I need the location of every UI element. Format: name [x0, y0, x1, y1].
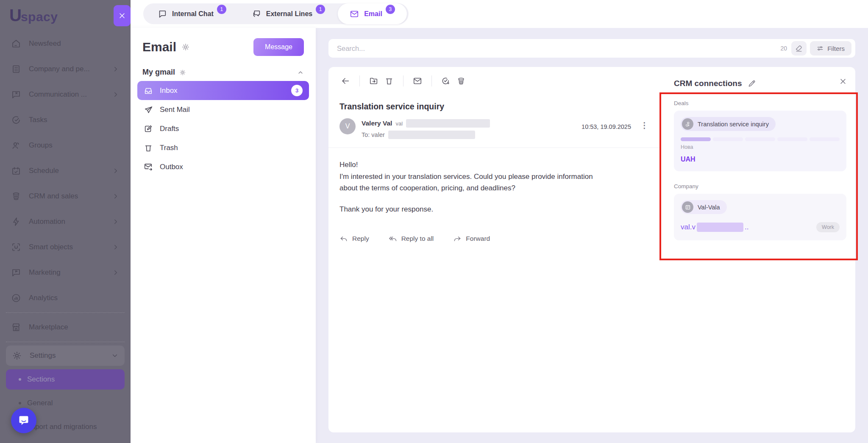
sidebar-item-label: Groups — [29, 141, 53, 150]
drafts-icon — [144, 124, 153, 134]
sidebar-item-schedule[interactable]: Schedule — [0, 158, 131, 184]
channel-tabs: Internal Chat 1 External Lines 1 Email 3 — [143, 3, 409, 24]
settings-gear-icon — [12, 351, 22, 361]
sidebar-item-newsfeed[interactable]: Newsfeed — [0, 31, 131, 56]
sidebar-item-label: CRM and sales — [29, 192, 78, 201]
top-bar: Internal Chat 1 External Lines 1 Email 3 — [131, 0, 868, 28]
tab-email[interactable]: Email 3 — [338, 3, 407, 24]
automation-icon — [11, 217, 21, 227]
chat-bubble-icon — [18, 415, 30, 426]
create-task-button[interactable] — [438, 74, 453, 88]
edit-crm-connections-button[interactable] — [748, 79, 756, 88]
crm-connections-panel: CRM connections Deals Translation servic… — [659, 67, 857, 432]
newsfeed-icon — [11, 39, 21, 49]
tab-label: Email — [364, 10, 382, 18]
move-to-folder-button[interactable] — [366, 74, 381, 88]
sidebar-nav: Newsfeed Company and pe... Communication… — [0, 25, 131, 437]
sidebar-item-settings[interactable]: Settings — [6, 345, 125, 366]
company-section-label: Company — [674, 183, 846, 189]
toolbar-divider — [431, 75, 432, 86]
deal-currency[interactable]: UAH — [681, 156, 840, 163]
sidebar-item-label: Smart objects — [29, 243, 73, 251]
folder-drafts[interactable]: Drafts — [137, 119, 309, 138]
sidebar-item-marketing[interactable]: Marketing — [0, 260, 131, 285]
schedule-icon — [11, 166, 21, 176]
search-bar: 20 Filters — [328, 39, 855, 58]
reply-button[interactable]: Reply — [339, 234, 369, 243]
back-button[interactable] — [338, 74, 353, 88]
crm-link-button[interactable] — [453, 74, 469, 88]
mail-account-row[interactable]: My gmail — [131, 59, 316, 81]
crm-panel-title: CRM connections — [674, 79, 742, 88]
folder-trash[interactable]: Trash — [137, 138, 309, 157]
trash-icon — [384, 76, 394, 86]
company-email-suffix: .. — [745, 223, 748, 231]
message-actions: Reply Reply to all Forward — [339, 234, 648, 243]
sidebar-item-crm-and-sales[interactable]: CRM and sales — [0, 184, 131, 209]
clear-search-button[interactable] — [791, 41, 807, 56]
folder-sent-mail[interactable]: Sent Mail — [137, 100, 309, 119]
deal-stage-name: Нова — [681, 144, 840, 150]
folder-outbox[interactable]: Outbox — [137, 157, 309, 176]
sidebar-item-tasks[interactable]: Tasks — [0, 107, 131, 133]
close-sidebar-button[interactable] — [114, 5, 131, 26]
tasks-icon — [11, 115, 21, 125]
company-card: Val-Vala val.v .. Work — [674, 194, 846, 240]
sidebar-item-label: Settings — [30, 351, 56, 360]
sidebar-item-automation[interactable]: Automation — [0, 209, 131, 234]
sidebar-item-groups[interactable]: Groups — [0, 133, 131, 158]
delete-message-button[interactable] — [381, 74, 397, 88]
email-tab-icon — [350, 9, 359, 19]
sidebar-item-company-and-people[interactable]: Company and pe... — [0, 56, 131, 82]
result-count: 20 — [781, 45, 787, 52]
marketing-icon — [11, 267, 21, 278]
tab-internal-chat[interactable]: Internal Chat 1 — [145, 5, 239, 22]
redacted-company-email — [697, 223, 743, 232]
sidebar-item-label: Company and pe... — [29, 65, 90, 73]
sidebar-item-marketplace[interactable]: Marketplace — [0, 315, 131, 340]
sidebar-item-label: Schedule — [29, 167, 59, 175]
message-button[interactable]: Message — [253, 38, 304, 56]
toolbar-divider — [403, 75, 403, 86]
bullet-dot — [19, 378, 21, 381]
sidebar-item-smart-objects[interactable]: Smart objects — [0, 234, 131, 260]
progress-segment — [777, 137, 807, 141]
sidebar-item-label: Marketplace — [29, 323, 68, 332]
account-settings-gear-icon[interactable] — [179, 69, 186, 76]
company-chip[interactable]: Val-Vala — [681, 200, 727, 214]
sidebar-item-label: Newsfeed — [29, 39, 61, 48]
sidebar-divider — [6, 312, 125, 313]
reply-to-all-button[interactable]: Reply to all — [389, 234, 434, 243]
progress-segment — [713, 137, 743, 141]
tab-external-lines[interactable]: External Lines 1 — [239, 5, 338, 22]
message-view-card: Translation service inquiry V Valery Val… — [328, 67, 855, 432]
inbox-icon — [144, 86, 153, 95]
sidebar-item-analytics[interactable]: Analytics — [0, 285, 131, 311]
search-input[interactable] — [337, 45, 781, 53]
company-email-prefix[interactable]: val.v — [681, 223, 696, 231]
email-settings-gear-icon[interactable] — [181, 43, 190, 51]
filters-button[interactable]: Filters — [810, 41, 851, 56]
folder-inbox[interactable]: Inbox 3 — [137, 81, 309, 100]
company-name: Val-Vala — [698, 204, 720, 211]
sidebar-item-label: Analytics — [29, 294, 58, 302]
close-crm-panel-button[interactable] — [839, 77, 847, 86]
deal-chip[interactable]: Translation service inquiry — [681, 117, 776, 131]
sidebar-item-label: Tasks — [29, 116, 47, 124]
close-icon — [118, 11, 126, 20]
message-menu-button[interactable]: ⋮ — [640, 123, 648, 128]
sidebar-divider — [6, 342, 125, 342]
reply-all-icon — [389, 234, 397, 243]
chevron-right-icon — [112, 192, 120, 200]
forward-button[interactable]: Forward — [453, 234, 490, 243]
sidebar-item-label: Communication ... — [29, 90, 87, 99]
mark-unread-button[interactable] — [410, 74, 425, 88]
sidebar-subitem-sections[interactable]: Sections — [6, 369, 125, 390]
chevron-up-icon[interactable] — [297, 69, 304, 76]
company-email-row: val.v .. Work — [681, 222, 840, 232]
deal-card: Translation service inquiry Нова UAH — [674, 111, 846, 171]
message-datetime: 10:53, 19.09.2025 — [581, 123, 631, 130]
deal-icon — [682, 118, 693, 130]
sidebar-item-communication[interactable]: Communication ... — [0, 82, 131, 107]
support-chat-widget-button[interactable] — [11, 408, 36, 433]
